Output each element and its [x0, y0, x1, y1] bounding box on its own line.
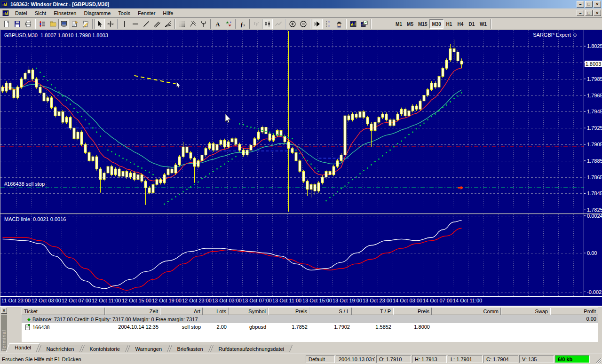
navigator-button[interactable]: [48, 19, 58, 29]
column-header-preis[interactable]: Preis: [268, 308, 309, 315]
terminal-tab-warnungen[interactable]: Warnungen: [127, 345, 171, 352]
cycle-lines-button[interactable]: [198, 19, 209, 29]
save-button[interactable]: [12, 19, 23, 29]
horizontal-line-button[interactable]: [130, 19, 141, 29]
chart-canvas[interactable]: 1.80251.80051.79851.79651.79451.79251.79…: [0, 30, 602, 306]
status-segment-v--135: V: 135: [519, 355, 554, 363]
new-chart-button[interactable]: [1, 19, 12, 29]
status-segment-default: Default: [306, 355, 335, 363]
zoom-in-button[interactable]: [287, 19, 298, 29]
auto-scroll-button[interactable]: [312, 19, 323, 29]
indicators-button[interactable]: ƒs: [237, 19, 248, 29]
candle: [457, 50, 459, 63]
order-row[interactable]: 1664382004.10.14 12:35sell stop2.00gbpus…: [22, 323, 598, 331]
terminal-tab-handel[interactable]: Handel: [6, 343, 40, 352]
menu-diagramme[interactable]: Diagramme: [80, 9, 114, 17]
toolbar-separator: [117, 19, 118, 29]
chart-area[interactable]: 1.80251.80051.79851.79651.79451.79251.79…: [0, 30, 602, 306]
chart-shift-button[interactable]: [323, 19, 333, 29]
grid-button[interactable]: [176, 19, 187, 29]
candle: [178, 155, 181, 166]
column-header-tp[interactable]: T / P: [352, 308, 393, 315]
maximize-button[interactable]: □: [585, 1, 593, 8]
cursor-button[interactable]: [94, 19, 105, 29]
market-watch-icon: [39, 20, 46, 28]
menu-datei[interactable]: Datei: [11, 9, 31, 17]
candlestick-icon: [264, 20, 271, 28]
candle: [32, 68, 34, 80]
candle: [9, 81, 11, 91]
line-chart-button: [273, 19, 284, 29]
trendline-button[interactable]: [141, 19, 151, 29]
column-header-sl[interactable]: S / L: [309, 308, 352, 315]
close-button[interactable]: ×: [594, 10, 601, 16]
timeframe-m30-button[interactable]: M30: [429, 19, 443, 29]
terminal-tab-rufdatenaufzeichnungsdatei[interactable]: Rufdatenaufzeichnungsdatei: [210, 345, 293, 352]
column-header-comm[interactable]: Comm: [432, 308, 501, 315]
candle: [107, 165, 109, 175]
fibonacci-button[interactable]: [162, 19, 173, 29]
close-button[interactable]: ×: [594, 1, 601, 8]
column-header-zeit[interactable]: Zeit: [105, 308, 160, 315]
text-button[interactable]: A: [212, 19, 223, 29]
template-button[interactable]: [358, 19, 369, 29]
menu-sicht[interactable]: Sicht: [31, 9, 50, 17]
new-order-button[interactable]: [69, 19, 80, 29]
zoom-out-icon: [300, 20, 307, 28]
crosshair-button[interactable]: [105, 19, 116, 29]
column-header-symbol[interactable]: Symbol: [229, 308, 268, 315]
order-cell-lots: 2.00: [203, 323, 229, 331]
candlestick-button[interactable]: [262, 19, 273, 29]
channel-button[interactable]: [151, 19, 162, 29]
candle: [133, 171, 135, 181]
cursor-icon: [96, 20, 103, 28]
restore-button[interactable]: □: [585, 10, 593, 16]
save-icon: [14, 20, 21, 28]
pitchfork-button[interactable]: [187, 19, 198, 29]
print-button[interactable]: [23, 19, 33, 29]
timeframe-d1-button[interactable]: D1: [466, 19, 477, 29]
column-header-ticket[interactable]: Ticket: [22, 308, 105, 315]
candle: [88, 151, 90, 162]
terminal-close-button[interactable]: ×: [1, 308, 7, 314]
timeframe-h1-button[interactable]: H1: [444, 19, 455, 29]
minimize-button[interactable]: –: [577, 10, 584, 16]
column-header-swap[interactable]: Swap: [501, 308, 550, 315]
terminal-tab-kontohistorie[interactable]: Kontohistorie: [81, 345, 128, 352]
resize-grip[interactable]: [595, 357, 602, 364]
menu-einsetzen[interactable]: Einsetzen: [50, 9, 80, 17]
column-header-lots[interactable]: Lots: [203, 308, 229, 315]
arrows-button[interactable]: [223, 19, 234, 29]
timeframe-toolbar: M1M5M15M30H1H4D1W1: [393, 19, 489, 29]
timeframe-m5-button[interactable]: M5: [404, 19, 416, 29]
candle: [62, 110, 64, 124]
candle: [13, 88, 15, 99]
balance-row[interactable]: ◆Balance: 7317.00 Credit: 0 Equity: 7317…: [22, 315, 598, 323]
menu-fenster[interactable]: Fenster: [134, 9, 159, 17]
app-icon: [1, 0, 8, 8]
fibonacci-icon: [164, 20, 172, 28]
terminal-tab-nachrichten[interactable]: Nachrichten: [38, 345, 83, 352]
column-header-preis[interactable]: Preis: [393, 308, 432, 315]
terminal-button[interactable]: [58, 19, 69, 29]
expert-advisor-button[interactable]: [333, 19, 344, 29]
indicator-window-button[interactable]: [348, 19, 358, 29]
vertical-line-button[interactable]: [119, 19, 130, 29]
menu-tools[interactable]: Tools: [114, 9, 134, 17]
timeframe-m15-button[interactable]: M15: [416, 19, 429, 29]
terminal-tab-briefkasten[interactable]: Briefkasten: [169, 345, 212, 352]
bar-chart-icon: [253, 20, 261, 28]
timeframe-w1-button[interactable]: W1: [477, 19, 489, 29]
zoom-out-button[interactable]: [298, 19, 309, 29]
timeframe-m1-button[interactable]: M1: [393, 19, 404, 29]
title-bar: 168363: Windsor Direct - [GBPUSD,M30] –□…: [0, 0, 602, 8]
status-segments: Default2004.10.13 03:00O: 1.7910H: 1.791…: [306, 355, 591, 363]
text-icon: A: [214, 20, 222, 28]
menu-hilfe[interactable]: Hilfe: [159, 9, 177, 17]
column-header-art[interactable]: Art: [160, 308, 203, 315]
market-watch-button[interactable]: [37, 19, 48, 29]
column-header-profit[interactable]: Profit: [550, 308, 598, 315]
script-button[interactable]: [80, 19, 91, 29]
timeframe-h4-button[interactable]: H4: [455, 19, 466, 29]
minimize-button[interactable]: –: [577, 1, 584, 8]
